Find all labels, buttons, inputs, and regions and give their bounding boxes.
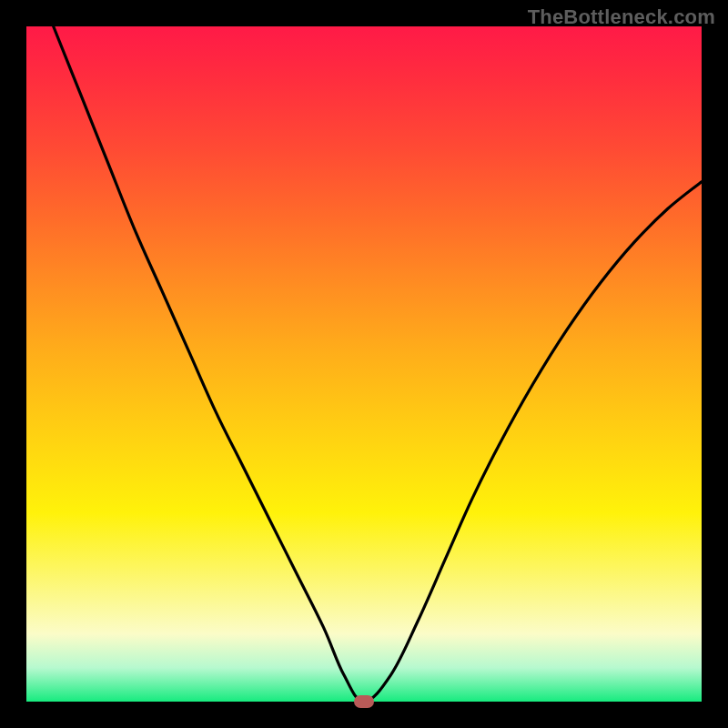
watermark-text: TheBottleneck.com xyxy=(528,5,715,29)
bottleneck-curve xyxy=(26,26,702,702)
chart-frame: TheBottleneck.com xyxy=(0,0,728,728)
optimal-point-marker xyxy=(354,695,374,708)
